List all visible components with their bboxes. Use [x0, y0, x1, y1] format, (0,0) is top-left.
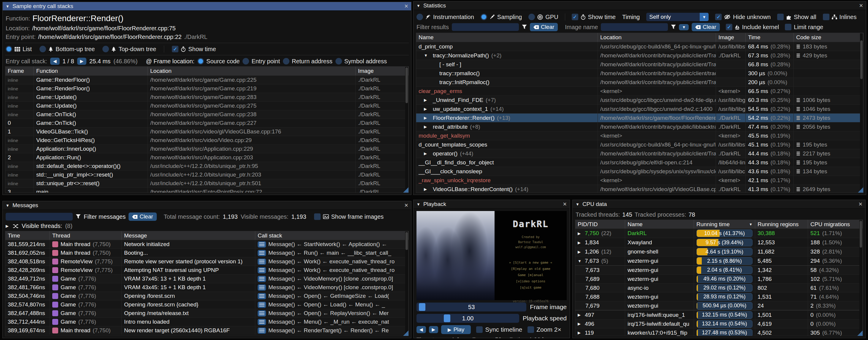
- close-icon[interactable]: ×: [404, 3, 408, 9]
- next-frame-button[interactable]: ▶: [429, 326, 438, 333]
- panel-titlebar[interactable]: ▼ Playback ×: [413, 200, 570, 209]
- table-row[interactable]: clear_page_erms<kernel><kernel>66.5 ms(0…: [416, 86, 863, 95]
- vertical-scrollbar[interactable]: [405, 67, 408, 192]
- funnel-icon[interactable]: [76, 214, 81, 219]
- message-row[interactable]: 382,574,807nsGame(7,776)Opening /forest.…: [5, 300, 408, 309]
- col-running-time-sort[interactable]: Running time▼: [694, 220, 755, 229]
- inlines-checkbox[interactable]: Inlines: [823, 14, 857, 21]
- call-stack-icon[interactable]: [258, 328, 266, 334]
- table-row-selected[interactable]: ▶FloorRenderer::Render()(+13)/home/wolf/…: [416, 113, 863, 122]
- table-row[interactable]: ▶_Unwind_Find_FDE(+7)/usr/src/debug/gcc/…: [416, 95, 863, 104]
- call-stack-icon[interactable]: [258, 284, 266, 291]
- table-row[interactable]: __GI__dl_find_dso_for_object/usr/src/deb…: [416, 158, 863, 167]
- message-row[interactable]: 381,692,052nsMain thread(7,750)Booting..…: [5, 249, 408, 257]
- visible-threads-label[interactable]: Visible threads:: [22, 223, 62, 229]
- view-list-radio[interactable]: List: [6, 46, 32, 53]
- prev-frame-button[interactable]: ◀: [416, 326, 426, 333]
- thread-row[interactable]: 7,680async-io29.02 ms (0.12%)80261(7.61%…: [575, 283, 863, 292]
- collapse-icon[interactable]: ▼: [6, 4, 9, 9]
- vertical-scrollbar[interactable]: [860, 33, 863, 192]
- hide-unknown-checkbox[interactable]: ✓Hide unknown: [715, 14, 771, 21]
- table-row[interactable]: module_get_kallsym<kernel><kernel>45.5 m…: [416, 131, 863, 140]
- table-row[interactable]: inlineApplication::InnerLoop()/home/wolf…: [5, 144, 408, 153]
- collapse-icon[interactable]: ▼: [416, 202, 420, 206]
- panel-titlebar[interactable]: ▼ Statistics ×: [413, 1, 866, 10]
- image-name-input[interactable]: [601, 23, 668, 31]
- thread-row[interactable]: 7,679wezterm-gui500.94 µs (0.00%)242(8.3…: [575, 301, 863, 310]
- table-row[interactable]: [ - self - ]/home/wolf/darkrl/contrib/tr…: [416, 60, 863, 69]
- collapse-icon[interactable]: ▼: [576, 202, 580, 206]
- funnel-icon[interactable]: [522, 25, 527, 29]
- table-row[interactable]: 1VideoGLBase::Tick()/home/wolf/darkrl/sr…: [5, 127, 408, 136]
- close-icon[interactable]: ×: [404, 202, 408, 209]
- close-icon[interactable]: ×: [859, 2, 863, 9]
- call-stack-icon[interactable]: [258, 259, 266, 265]
- table-row[interactable]: ▶VideoGLBase::RenderContent()(+14)/home/…: [416, 185, 863, 193]
- frame-slider[interactable]: 53: [416, 303, 526, 311]
- collapse-icon[interactable]: ▼: [416, 4, 420, 8]
- frame-loc-source-radio[interactable]: Source code: [197, 58, 240, 65]
- mode-gpu-radio[interactable]: GPU: [528, 14, 558, 21]
- process-row[interactable]: ▶496irq/175-iwlwifi:default_qu132.14 ms …: [575, 319, 863, 328]
- table-row[interactable]: inlinestd::__uniq_ptr_impl<>::reset()/us…: [5, 170, 408, 179]
- timing-combo[interactable]: Self only▼: [646, 13, 709, 21]
- process-row[interactable]: ▶119kworker/u17:0+i915_flip127.48 ms (0.…: [575, 328, 863, 336]
- expand-threads-icon[interactable]: ▶: [6, 224, 10, 228]
- table-row[interactable]: inlinestd::default_delete<>::operator()(…: [5, 162, 408, 170]
- vertical-scrollbar[interactable]: [859, 220, 862, 336]
- show-frame-images-checkbox[interactable]: Show frame images: [314, 214, 384, 220]
- panel-titlebar[interactable]: ▼ CPU data ×: [572, 200, 865, 209]
- prev-call-stack-button[interactable]: ◀: [50, 58, 60, 65]
- process-row[interactable]: ▶497irq/176-iwlwifi:queue_1132.15 ms (0.…: [575, 310, 863, 319]
- frame-loc-entry-radio[interactable]: Entry point: [243, 58, 280, 65]
- mode-instrumentation-radio[interactable]: Instrumentation: [416, 14, 474, 21]
- filter-results-input[interactable]: [452, 23, 519, 31]
- show-time-checkbox[interactable]: ✓Show time: [572, 14, 616, 21]
- funnel-icon[interactable]: [671, 25, 676, 29]
- zoom-2x-checkbox[interactable]: Zoom 2×: [528, 326, 561, 333]
- call-stack-icon[interactable]: [258, 276, 266, 282]
- table-row[interactable]: ▶read_attribute(+8)/home/wolf/darkrl/con…: [416, 122, 863, 131]
- clear-filter-button[interactable]: Clear: [530, 23, 558, 31]
- process-row[interactable]: ▶1,206(12)gnome-shell4.64 s (19.10%)11,6…: [575, 247, 863, 256]
- message-row[interactable]: 381,559,214nsMain thread(7,750)Network i…: [5, 240, 408, 249]
- table-row[interactable]: inlineGame::Update()/home/wolf/darkrl/sr…: [5, 101, 408, 110]
- table-row[interactable]: 2Application::Run()/home/wolf/darkrl/src…: [5, 153, 408, 162]
- table-row[interactable]: tracy::rpmalloc()/home/wolf/darkrl/contr…: [416, 69, 863, 78]
- table-row[interactable]: inlineVideo::GetTicksHiRes()/home/wolf/d…: [5, 136, 408, 144]
- message-row[interactable]: 382,647,488nsGame(7,776)Opening /meta/re…: [5, 309, 408, 317]
- panel-titlebar[interactable]: ▼ Messages ×: [3, 201, 411, 210]
- table-row[interactable]: inlineGame::OnTick()/home/wolf/darkrl/sr…: [5, 110, 408, 119]
- frame-loc-return-radio[interactable]: Return address: [283, 58, 333, 65]
- table-row[interactable]: ▶operator()(+44)/home/wolf/darkrl/contri…: [416, 149, 863, 158]
- view-bottom-up-radio[interactable]: Bottom-up tree: [39, 46, 95, 53]
- call-stack-icon[interactable]: [258, 319, 266, 325]
- include-kernel-checkbox[interactable]: ✓Include kernel: [726, 24, 779, 31]
- thread-row[interactable]: 7,689wezterm-gui49.46 ms (0.20%)1,786102…: [575, 274, 863, 283]
- table-row[interactable]: _raw_spin_unlock_irqrestore<kernel><kern…: [416, 176, 863, 185]
- next-call-stack-button[interactable]: ▶: [77, 58, 87, 65]
- show-all-checkbox[interactable]: Show all: [777, 14, 816, 21]
- close-icon[interactable]: ×: [563, 201, 567, 207]
- clear-image-filter-button[interactable]: Clear: [692, 23, 720, 31]
- play-button[interactable]: ▶Play: [441, 325, 471, 334]
- resize-grip[interactable]: [403, 331, 408, 336]
- vertical-scrollbar[interactable]: [405, 231, 408, 336]
- process-row-expanded[interactable]: ▼7,673(5)wezterm-gui2.15 s (8.86%)5,4852…: [575, 256, 863, 265]
- thread-row[interactable]: 7,673wezterm-gui2.04 s (8.41%)1,34258(4.…: [575, 265, 863, 274]
- table-row[interactable]: inlineGame::RenderFloor()/home/wolf/dark…: [5, 84, 408, 93]
- message-row[interactable]: 389,169,674nsMain thread(7,750)New rende…: [5, 326, 408, 335]
- call-stack-icon[interactable]: [258, 302, 266, 308]
- panel-titlebar[interactable]: ▼ Sample entry call stacks ×: [3, 2, 411, 11]
- resize-grip[interactable]: [858, 187, 863, 193]
- message-row[interactable]: 382,428,269nsRemoteView(7,775)Attempting…: [5, 266, 408, 274]
- call-stack-icon[interactable]: [258, 293, 266, 299]
- thread-row[interactable]: 7,688wezterm-gui28.93 ms (0.12%)1,53171(…: [575, 292, 863, 301]
- call-stack-icon[interactable]: [258, 250, 266, 256]
- call-stack-icon[interactable]: [258, 267, 266, 274]
- view-top-down-radio[interactable]: Top-down tree: [102, 46, 156, 53]
- clear-messages-button[interactable]: Clear: [128, 213, 156, 221]
- message-filter-input[interactable]: [6, 213, 73, 221]
- mode-sampling-radio[interactable]: Sampling: [480, 14, 522, 21]
- collapse-icon[interactable]: ▼: [6, 203, 9, 208]
